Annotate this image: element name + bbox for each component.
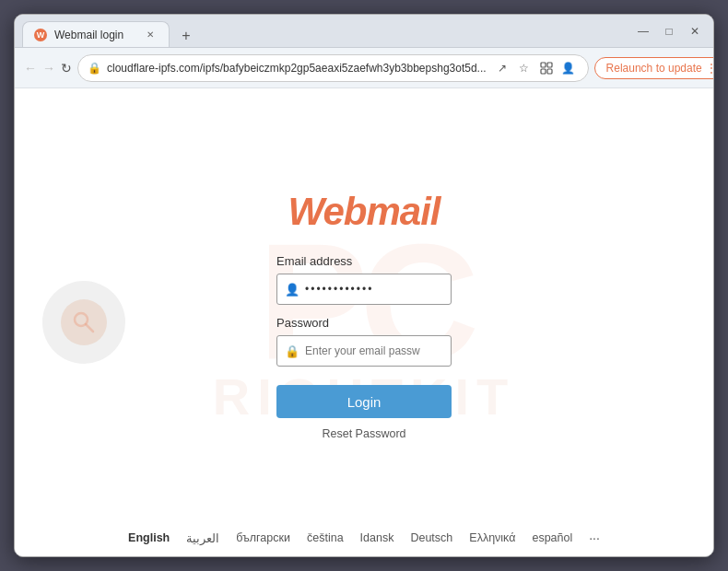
window-controls: — □ ✕ [632,20,706,42]
active-tab[interactable]: W Webmail login ✕ [22,21,170,47]
share-icon[interactable]: ↗ [492,58,512,78]
tab-title: Webmail login [54,29,123,41]
close-button[interactable]: ✕ [684,20,706,42]
reset-password-link[interactable]: Reset Password [322,427,405,440]
webmail-logo: Webmail [288,190,440,234]
minimize-button[interactable]: — [632,20,654,42]
svg-rect-0 [541,63,546,67]
login-button[interactable]: Login [276,385,452,418]
lang-bulgarian[interactable]: български [236,531,290,544]
password-label: Password [276,316,452,330]
title-bar: W Webmail login ✕ + — □ ✕ [15,15,713,48]
svg-rect-1 [547,63,552,67]
lang-spanish[interactable]: español [532,531,572,544]
refresh-button[interactable]: ↻ [61,55,72,81]
left-circle-inner [61,299,107,345]
forward-button[interactable]: → [42,55,55,81]
tab-favicon: W [34,29,47,41]
lock-icon: 🔒 [88,62,101,75]
password-input[interactable] [305,344,443,357]
nav-bar: ← → ↻ 🔒 cloudflare-ipfs.com/ipfs/bafybei… [15,48,713,88]
maximize-button[interactable]: □ [658,20,680,42]
tab-area: W Webmail login ✕ + [22,15,621,47]
bookmark-icon[interactable]: ☆ [514,58,534,78]
lang-greek[interactable]: Ελληνικά [469,531,515,544]
email-input[interactable] [305,283,443,296]
email-label: Email address [276,254,452,268]
lang-more-button[interactable]: ··· [589,530,600,545]
language-bar: English العربية български čeština Idansk… [15,530,713,545]
lang-czech[interactable]: čeština [307,531,344,544]
tab-close-button[interactable]: ✕ [143,28,158,42]
lock-input-icon: 🔒 [285,344,299,358]
url-text: cloudflare-ipfs.com/ipfs/bafybeiczmkp2gp… [107,62,487,75]
svg-line-5 [86,324,93,332]
profile-icon[interactable]: 👤 [558,58,579,78]
lang-german[interactable]: Deutsch [410,531,452,544]
extensions-icon[interactable] [536,58,557,78]
email-field-group: Email address 👤 [276,254,452,305]
password-field-group: Password 🔒 [276,316,452,367]
password-input-wrapper[interactable]: 🔒 [276,335,452,367]
left-decoration [42,281,125,364]
login-form: Webmail Email address 👤 Password 🔒 Login… [276,190,452,455]
relaunch-more-icon: ⋮ [706,62,714,75]
relaunch-button[interactable]: Relaunch to update ⋮ [594,57,714,79]
svg-rect-3 [547,69,552,74]
lang-english[interactable]: English [128,531,170,544]
address-icons: ↗ ☆ 👤 [492,58,579,78]
lang-arabic[interactable]: العربية [186,531,219,545]
address-bar[interactable]: 🔒 cloudflare-ipfs.com/ipfs/bafybeiczmkp2… [77,54,589,82]
email-input-wrapper[interactable]: 👤 [276,274,452,305]
new-tab-button[interactable]: + [175,25,197,47]
svg-rect-2 [541,69,546,74]
page-content: PC RightKit Webmail Email address 👤 [15,88,713,556]
back-button[interactable]: ← [24,55,37,81]
browser-window: W Webmail login ✕ + — □ ✕ ← → [14,14,714,557]
lang-indonesian[interactable]: Idansk [360,531,394,544]
user-icon: 👤 [285,283,299,297]
